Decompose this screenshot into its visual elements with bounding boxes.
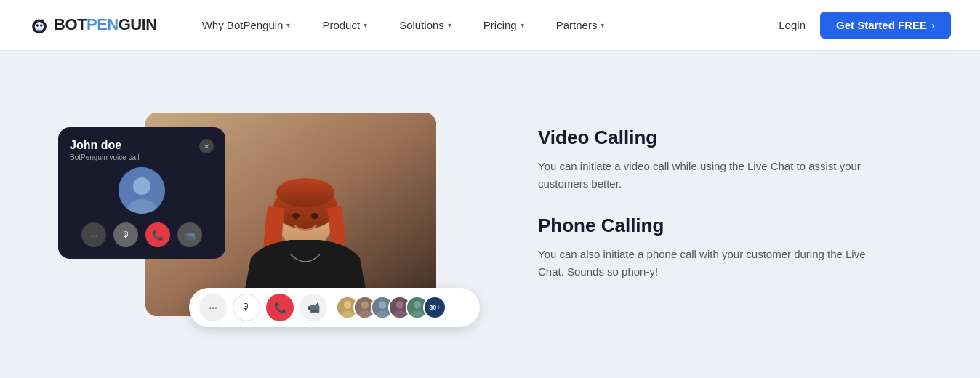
login-button[interactable]: Login — [779, 19, 806, 31]
microphone-button[interactable]: 🎙 — [113, 222, 138, 247]
phone-calling-title: Phone Calling — [538, 214, 922, 237]
logo[interactable]: BOTPENGUIN — [29, 15, 157, 36]
chevron-down-icon: ▾ — [601, 21, 604, 29]
get-started-button[interactable]: Get Started FREE › — [820, 12, 951, 39]
phone-calling-description: You can also initiate a phone call with … — [538, 246, 887, 281]
microphone-icon: 🎙 — [121, 230, 131, 241]
svg-point-25 — [379, 301, 387, 309]
chevron-down-icon: ▾ — [286, 21, 290, 29]
caller-subtitle: BotPenguin voice call — [70, 153, 140, 161]
video-icon: 📹 — [308, 302, 320, 313]
chevron-down-icon: ▾ — [364, 21, 367, 29]
microphone-bottom-button[interactable]: 🎙 — [233, 294, 260, 321]
video-bottom-button[interactable]: 📹 — [300, 294, 327, 321]
phone-icon: 📞 — [152, 230, 164, 241]
call-card: John doe BotPenguin voice call ✕ ··· — [58, 127, 225, 259]
svg-point-6 — [37, 29, 42, 31]
svg-point-16 — [292, 213, 300, 219]
close-icon: ✕ — [204, 142, 209, 150]
more-options-button[interactable]: ··· — [81, 222, 106, 247]
participants-bar: ··· 🎙 📞 📹 — [189, 288, 480, 327]
call-card-header: John doe BotPenguin voice call ✕ — [70, 139, 214, 161]
nav-solutions[interactable]: Solutions ▾ — [383, 0, 467, 51]
svg-point-28 — [396, 301, 404, 309]
svg-point-8 — [133, 177, 150, 195]
svg-point-19 — [344, 301, 352, 309]
video-calling-title: Video Calling — [538, 126, 922, 149]
svg-point-31 — [414, 301, 422, 309]
nav-why-botpenguin[interactable]: Why BotPenguin ▾ — [186, 0, 307, 51]
chevron-down-icon: ▾ — [448, 21, 451, 29]
svg-rect-5 — [41, 19, 44, 23]
more-icon: ··· — [209, 302, 217, 313]
video-icon: 📹 — [184, 230, 196, 241]
svg-point-2 — [36, 24, 39, 27]
right-content: Video Calling You can initiate a video c… — [523, 126, 922, 302]
nav-pricing[interactable]: Pricing ▾ — [467, 0, 540, 51]
more-icon: ··· — [90, 230, 98, 241]
chevron-down-icon: ▾ — [521, 21, 524, 29]
video-calling-description: You can initiate a video call while usin… — [538, 158, 887, 193]
nav-partners[interactable]: Partners ▾ — [540, 0, 621, 51]
end-call-bottom-button[interactable]: 📞 — [266, 294, 294, 321]
chevron-right-icon: › — [931, 19, 935, 31]
phone-end-icon: 📞 — [274, 302, 286, 313]
video-button[interactable]: 📹 — [177, 222, 202, 247]
nav-product[interactable]: Product ▾ — [306, 0, 383, 51]
logo-pen-text: PEN — [87, 15, 119, 33]
end-call-button[interactable]: 📞 — [145, 222, 170, 247]
nav-right: Login Get Started FREE › — [779, 12, 951, 39]
call-actions: ··· 🎙 📞 📹 — [70, 222, 214, 247]
main-content: John doe BotPenguin voice call ✕ ··· — [0, 51, 980, 378]
svg-point-3 — [40, 24, 43, 27]
svg-point-17 — [311, 213, 318, 219]
svg-rect-4 — [35, 19, 37, 23]
close-button[interactable]: ✕ — [199, 139, 214, 153]
illustration-wrapper: John doe BotPenguin voice call ✕ ··· — [58, 113, 465, 316]
logo-guin-text: GUIN — [119, 15, 157, 33]
nav-links: Why BotPenguin ▾ Product ▾ Solutions ▾ P… — [186, 0, 779, 51]
participant-avatars: 30+ — [336, 296, 446, 319]
caller-name: John doe — [70, 139, 140, 152]
navbar: BOTPENGUIN Why BotPenguin ▾ Product ▾ So… — [0, 0, 980, 51]
svg-point-15 — [276, 178, 334, 207]
microphone-icon: 🎙 — [241, 302, 252, 313]
more-options-bottom-button[interactable]: ··· — [199, 294, 227, 321]
participant-count: 30+ — [423, 296, 446, 319]
svg-point-22 — [361, 301, 369, 309]
caller-avatar — [119, 167, 165, 214]
logo-bot-text: BOT — [54, 15, 87, 33]
